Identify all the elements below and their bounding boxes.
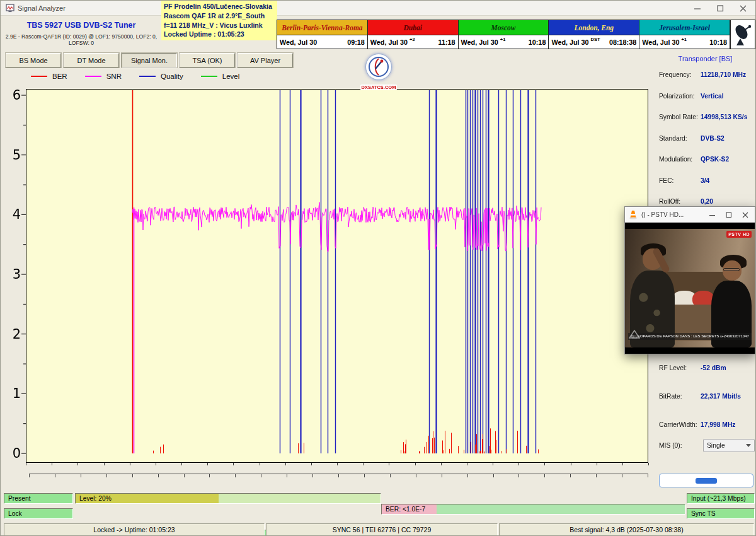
transponder-row-fec: FEC:3/4 bbox=[659, 177, 755, 184]
transponder-label: CarrierWidth: bbox=[659, 421, 701, 428]
clock-time-row: Wed, Jul 30+211:18 bbox=[368, 35, 458, 49]
site-info-block: PF Prodelin 450/Lučenec-Slovakia Rascom … bbox=[161, 1, 277, 40]
clock-column-berlin-paris-vienna-roma: Berlin-Paris-Vienna-RomaWed, Jul 3009:18 bbox=[277, 20, 368, 49]
vlc-video-frame: PSTV HD Dj LEOPARDS DE PAPSON DANS : LES… bbox=[625, 229, 755, 347]
bar-label: Level: 20% bbox=[76, 495, 112, 502]
clock-city-label: Jerusalem-Israel bbox=[639, 20, 730, 35]
transponder-label: Symbol Rate: bbox=[659, 114, 701, 120]
maximize-button[interactable] bbox=[709, 1, 731, 16]
status-sync-ts: Sync TS bbox=[687, 508, 755, 519]
legend-item-ber: BER bbox=[31, 73, 67, 80]
mis-selected-value: Single bbox=[707, 442, 725, 449]
clock-time-value: 09:18 bbox=[347, 38, 365, 46]
vlc-video-area[interactable]: PSTV HD Dj LEOPARDS DE PAPSON DANS : LES… bbox=[625, 223, 755, 354]
status-bar-level-20: Level: 20% bbox=[75, 493, 381, 504]
tuner-name: TBS 5927 USB DVB-S2 Tuner bbox=[3, 21, 159, 30]
tab-dt-mode[interactable]: DT Mode bbox=[64, 53, 119, 67]
panel-progress-widget[interactable] bbox=[659, 474, 753, 487]
clock-column-london-eng: London, EngWed, Jul 30DST08:18:38 bbox=[549, 20, 639, 49]
mis-label: MIS (0): bbox=[659, 442, 701, 449]
tab-signal-mon[interactable]: Signal Mon. bbox=[122, 53, 177, 67]
vlc-window-title: () - PSTV HD... bbox=[641, 211, 684, 218]
status-lock: Lock bbox=[4, 508, 73, 519]
status-present: Present bbox=[4, 493, 73, 504]
clock-date: Wed, Jul 30 bbox=[551, 38, 588, 46]
video-caption: Dj LEOPARDS DE PAPSON DANS : LES SECRETS… bbox=[628, 333, 752, 340]
clock-date: Wed, Jul 30 bbox=[370, 38, 408, 46]
chart-legend: BERSNRQualityLevel bbox=[31, 73, 239, 80]
clock-city-label: Moscow bbox=[459, 20, 549, 35]
clock-column-dubai: DubaiWed, Jul 30+211:18 bbox=[368, 20, 459, 49]
legend-swatch-ber bbox=[31, 76, 47, 77]
transponder-panel-title: Transponder [BS] bbox=[654, 55, 756, 62]
legend-label: Quality bbox=[161, 73, 183, 80]
vlc-titlebar: () - PSTV HD... bbox=[625, 207, 755, 223]
clock-time-value: 08:18:38 bbox=[609, 38, 636, 46]
vlc-player-window[interactable]: () - PSTV HD... PSTV HD Dj LEOPA bbox=[624, 206, 755, 354]
window-title: Signal Analyzer bbox=[18, 4, 66, 12]
titlebar: Signal Analyzer bbox=[1, 1, 755, 16]
transponder-row-frequency: Frequency:11218,710 MHz bbox=[659, 71, 755, 78]
transponder-row-polarization: Polarization:Vertical bbox=[659, 93, 755, 100]
transponder-value: 3/4 bbox=[701, 177, 755, 184]
legend-item-snr: SNR bbox=[85, 73, 122, 80]
vlc-minimize-button[interactable] bbox=[704, 207, 721, 223]
bar-label: BER: <1.0E-7 bbox=[382, 506, 425, 513]
clock-column-jerusalem-israel: Jerusalem-IsraelWed, Jul 30+110:18 bbox=[639, 20, 730, 49]
clock-city-label: London, Eng bbox=[549, 20, 639, 35]
statusbar-best-signal: Best signal: 4,3 dB (2025-07-30 08:38) bbox=[499, 523, 754, 536]
bar-rest bbox=[437, 504, 685, 514]
tab-bs-mode[interactable]: BS Mode bbox=[6, 53, 61, 67]
legend-swatch-level bbox=[201, 76, 217, 77]
close-button[interactable] bbox=[731, 1, 754, 16]
clock-utc-offset: +2 bbox=[410, 37, 415, 42]
site-line: Locked Uptime : 01:05:23 bbox=[164, 30, 275, 39]
legend-label: BER bbox=[52, 73, 67, 80]
chevron-down-icon bbox=[746, 444, 751, 447]
legend-label: Level bbox=[222, 73, 240, 80]
vlc-close-button[interactable] bbox=[737, 207, 753, 223]
tab-av-player[interactable]: AV Player bbox=[238, 53, 293, 67]
site-line: Rascom QAF 1R at 2.9°E_South bbox=[164, 11, 275, 21]
transponder-label: Polarization: bbox=[659, 93, 701, 100]
transponder-label: Standard: bbox=[659, 135, 701, 142]
clock-time-row: Wed, Jul 30+110:18 bbox=[639, 35, 730, 49]
video-watermark-icon bbox=[629, 330, 640, 339]
statusbar-lock-uptime: Locked -> Uptime: 01:05:23 bbox=[4, 523, 265, 536]
legend-swatch-quality bbox=[139, 76, 156, 77]
vlc-cone-icon bbox=[629, 210, 638, 222]
transponder-value: -52 dBm bbox=[701, 364, 755, 371]
signal-chart bbox=[1, 85, 656, 489]
transponder-row-standard: Standard:DVB-S2 bbox=[659, 135, 755, 142]
transponder-row-rf-level: RF Level:-52 dBm bbox=[659, 364, 755, 371]
clock-time-row: Wed, Jul 3009:18 bbox=[277, 35, 367, 49]
transponder-value: QPSK-S2 bbox=[701, 156, 755, 163]
clock-utc-offset: +1 bbox=[500, 37, 506, 42]
transponder-label: RF Level: bbox=[659, 364, 701, 371]
clock-date: Wed, Jul 30 bbox=[642, 38, 679, 46]
transponder-label: Frequency: bbox=[659, 71, 701, 78]
clock-time-row: Wed, Jul 30DST08:18:38 bbox=[549, 35, 639, 49]
clock-date: Wed, Jul 30 bbox=[461, 38, 498, 46]
tuner-info: 2.9E - Rascom-QAF1R (ID: 0029) @ LOF1: 9… bbox=[1, 33, 162, 46]
transponder-value: DVB-S2 bbox=[701, 135, 755, 142]
mis-select[interactable]: Single bbox=[703, 439, 755, 452]
status-bar-ber-1-0e-7: BER: <1.0E-7 bbox=[381, 504, 685, 515]
bar-rest bbox=[219, 494, 381, 503]
channel-logo: PSTV HD bbox=[726, 231, 752, 238]
transponder-value: 17,998 MHz bbox=[701, 421, 755, 428]
transponder-value: 0,20 bbox=[701, 198, 755, 205]
tab-tsa-ok[interactable]: TSA (OK) bbox=[180, 53, 235, 67]
transponder-row-rolloff: RollOff:0,20 bbox=[659, 198, 755, 205]
vlc-maximize-button[interactable] bbox=[721, 207, 737, 223]
dxsatcs-logo: DXSATCS.COM bbox=[357, 54, 400, 91]
legend-swatch-snr bbox=[85, 76, 101, 77]
site-line: PF Prodelin 450/Lučenec-Slovakia bbox=[164, 2, 275, 11]
minimize-button[interactable] bbox=[686, 1, 709, 16]
panel-progress-thumb bbox=[696, 478, 717, 484]
transponder-value: 11218,710 MHz bbox=[701, 71, 755, 78]
legend-label: SNR bbox=[106, 73, 122, 80]
transponder-label: FEC: bbox=[659, 177, 701, 184]
satellite-dish-icon bbox=[730, 20, 755, 49]
clock-time-value: 11:18 bbox=[438, 38, 455, 46]
